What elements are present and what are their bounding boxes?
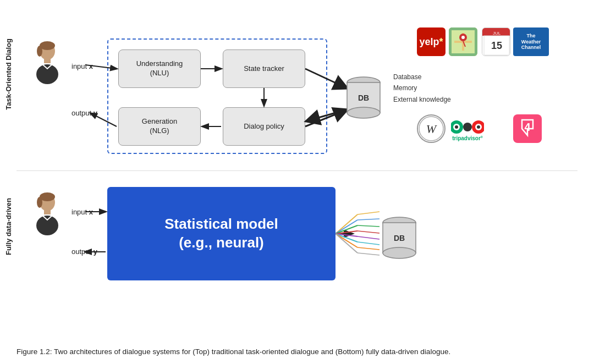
svg-point-41 — [36, 216, 58, 235]
svg-line-59 — [358, 242, 380, 245]
maps-icon — [449, 27, 477, 56]
svg-point-3 — [36, 64, 58, 84]
task-oriented-label: Task-Oriented Dialog — [4, 38, 13, 110]
svg-line-57 — [358, 231, 380, 233]
nlu-box: Understanding(NLU) — [118, 49, 201, 88]
svg-text:4: 4 — [524, 121, 531, 133]
svg-point-2 — [37, 46, 42, 57]
calendar-icon: 15 JUL — [482, 27, 510, 56]
divider — [16, 170, 578, 171]
svg-point-40 — [37, 197, 42, 208]
nlg-box: Generation(NLG) — [118, 107, 201, 146]
svg-line-55 — [358, 219, 380, 220]
svg-text:W: W — [426, 122, 437, 136]
avatar-bottom — [30, 192, 64, 238]
svg-line-61 — [358, 253, 380, 255]
tripadvisor-icon: tripadvisor° — [451, 119, 484, 141]
state-tracker-box: State tracker — [223, 49, 305, 88]
svg-point-64 — [383, 247, 416, 258]
foursquare-icon: 4 — [513, 114, 542, 143]
bottom-input-label: input x — [72, 208, 93, 216]
svg-point-32 — [463, 123, 472, 131]
top-section: Task-Oriented Dialog input x output y — [0, 11, 594, 170]
svg-line-54 — [358, 212, 380, 214]
fully-data-driven-label: Fully data-driven — [4, 198, 13, 255]
figure-caption: Figure 1.2: Two architectures of dialogu… — [16, 346, 578, 357]
svg-text:DB: DB — [394, 234, 405, 242]
svg-text:JUL: JUL — [493, 31, 501, 36]
avatar-top — [30, 41, 64, 86]
svg-point-36 — [477, 125, 480, 129]
bottom-section: Fully data-driven input x output y Stati… — [0, 176, 594, 297]
weather-icon: TheWeatherChannel — [513, 27, 549, 56]
svg-line-56 — [358, 225, 380, 227]
svg-point-35 — [455, 125, 458, 129]
cable-visual — [336, 209, 380, 258]
wiki-icon: W — [417, 114, 446, 143]
bottom-output-label: output y — [72, 247, 97, 256]
svg-point-15 — [347, 107, 380, 118]
top-input-label: input x — [72, 62, 93, 70]
yelp-icon: yelp* — [417, 27, 446, 56]
svg-text:DB: DB — [358, 93, 369, 102]
svg-line-58 — [358, 236, 380, 239]
svg-rect-4 — [44, 58, 51, 63]
bottom-db: DB — [380, 214, 419, 266]
top-output-label: output y — [72, 109, 97, 117]
statistical-model-box: Statistical model (e.g., neural) — [107, 187, 336, 280]
dialog-policy-box: Dialog policy — [223, 107, 305, 146]
top-db: DB — [344, 74, 383, 126]
svg-rect-42 — [44, 209, 51, 214]
svg-line-60 — [358, 247, 380, 250]
db-info: Database Memory External knowledge — [393, 71, 451, 105]
svg-point-22 — [461, 36, 465, 39]
svg-text:15: 15 — [491, 40, 502, 51]
page: Task-Oriented Dialog input x output y — [0, 0, 594, 364]
